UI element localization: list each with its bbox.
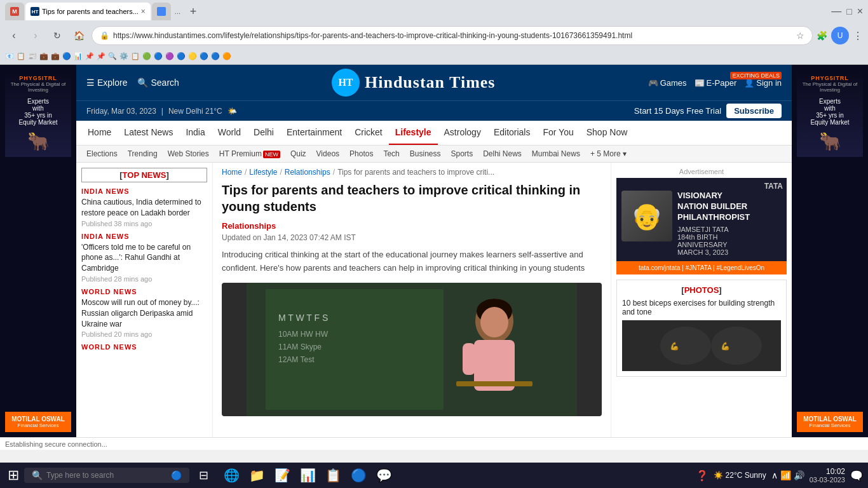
notification-btn[interactable]: 🗨️ bbox=[850, 470, 863, 482]
breadcrumb-relationships[interactable]: Relationships bbox=[285, 168, 330, 177]
taskbar-view-btn[interactable]: ⊟ bbox=[192, 464, 215, 487]
new-tab-btn[interactable]: + bbox=[184, 3, 202, 20]
extensions-btn[interactable]: 🧩 bbox=[817, 30, 827, 41]
motilal-right-name: MOTILAL OSWAL bbox=[801, 416, 859, 423]
sec-mumbai-news[interactable]: Mumbai News bbox=[527, 146, 585, 162]
search-label: Search bbox=[151, 78, 179, 88]
tab-gmail[interactable]: M bbox=[5, 3, 24, 20]
volume-icon[interactable]: 🔊 bbox=[794, 470, 804, 480]
nav-entertainment[interactable]: Entertainment bbox=[280, 121, 348, 145]
photos-image[interactable]: 💪 💪 bbox=[622, 320, 781, 371]
tab-close-ht[interactable]: × bbox=[141, 7, 146, 16]
nav-lifestyle[interactable]: Lifestyle bbox=[389, 121, 438, 145]
nav-world[interactable]: World bbox=[212, 121, 247, 145]
news-item-1[interactable]: China cautious, India determined to rest… bbox=[81, 197, 207, 227]
nav-for-you[interactable]: For You bbox=[536, 121, 580, 145]
sec-business[interactable]: Business bbox=[405, 146, 446, 162]
sec-tech[interactable]: Tech bbox=[378, 146, 404, 162]
tab-ht[interactable]: HT Tips for parents and teachers... × bbox=[25, 3, 151, 20]
taskbar-excel[interactable]: 📊 bbox=[296, 464, 319, 487]
nav-home[interactable]: Home bbox=[81, 121, 118, 145]
taskbar-edge[interactable]: 🌐 bbox=[220, 464, 243, 487]
exciting-deals-badge: EXCITING DEALS bbox=[730, 72, 782, 79]
sec-elections[interactable]: Elections bbox=[81, 146, 123, 162]
photos-section: [PHOTOS] 10 best biceps exercises for bu… bbox=[616, 280, 787, 377]
taskbar-word[interactable]: 📝 bbox=[271, 464, 294, 487]
search-btn[interactable]: 🔍 Search bbox=[137, 78, 179, 88]
system-tray: ∧ 📶 🔊 bbox=[771, 470, 804, 480]
tab-3[interactable] bbox=[152, 3, 171, 20]
motilal-left-ad[interactable]: MOTILAL OSWAL Financial Services bbox=[5, 412, 71, 432]
explore-btn[interactable]: ☰ Explore bbox=[86, 78, 127, 88]
search-icon: 🔍 bbox=[137, 78, 148, 88]
sec-photos[interactable]: Photos bbox=[344, 146, 378, 162]
forward-btn[interactable]: › bbox=[27, 27, 44, 44]
minimize-btn[interactable]: — bbox=[831, 6, 841, 17]
article-category[interactable]: Relationships bbox=[222, 221, 602, 231]
epaper-btn[interactable]: 📰 E-Paper bbox=[695, 78, 737, 88]
sec-trending[interactable]: Trending bbox=[123, 146, 163, 162]
lock-icon: 🔒 bbox=[100, 31, 109, 40]
date-weather: Friday, Mar 03, 2023 | New Delhi 21°C 🌤️ bbox=[86, 107, 237, 116]
clock-area[interactable]: 10:02 03-03-2023 bbox=[810, 467, 845, 484]
start-button[interactable]: ⊞ bbox=[5, 467, 22, 484]
sec-delhi-news[interactable]: Delhi News bbox=[478, 146, 527, 162]
signin-btn[interactable]: EXCITING DEALS 👤 Sign in bbox=[744, 78, 782, 88]
network-icon[interactable]: 📶 bbox=[780, 470, 791, 480]
nav-latest-news[interactable]: Latest News bbox=[118, 121, 179, 145]
taskbar-teams[interactable]: 💬 bbox=[372, 464, 395, 487]
breadcrumb: Home / Lifestyle / Relationships / Tips … bbox=[222, 168, 602, 177]
taskbar-explorer[interactable]: 📁 bbox=[245, 464, 268, 487]
home-nav-btn[interactable]: 🏠 bbox=[70, 27, 88, 44]
logo-area[interactable]: HT Hindustan Times bbox=[179, 69, 648, 97]
nav-india[interactable]: India bbox=[179, 121, 211, 145]
tata-subtitle-3: ANNIVERSARY bbox=[677, 241, 750, 248]
bull-icon-right: 🐂 bbox=[802, 131, 858, 152]
sec-quiz[interactable]: Quiz bbox=[285, 146, 311, 162]
world-news-label-1: WORLD NEWS bbox=[81, 288, 207, 295]
nav-shop-now[interactable]: Shop Now bbox=[580, 121, 634, 145]
news-item-1-title: China cautious, India determined to rest… bbox=[81, 197, 207, 219]
bookmark-icon[interactable]: ☆ bbox=[796, 30, 804, 41]
news-item-3[interactable]: Moscow will run out of money by...: Russ… bbox=[81, 297, 207, 338]
sec-htpremium[interactable]: HT PremiumNEW bbox=[214, 146, 285, 162]
motilal-right-ad[interactable]: MOTILAL OSWAL Financial Services bbox=[797, 412, 863, 432]
breadcrumb-current: Tips for parents and teachers to improve… bbox=[337, 168, 494, 177]
address-text: https://www.hindustantimes.com/lifestyle… bbox=[113, 31, 794, 40]
weather-widget[interactable]: ☀️ 22°C Sunny bbox=[714, 471, 766, 480]
ad-label: Advertisement bbox=[616, 168, 787, 175]
address-bar[interactable]: 🔒 https://www.hindustantimes.com/lifesty… bbox=[92, 26, 813, 45]
body-layout: [TOP NEWS] INDIA NEWS China cautious, In… bbox=[76, 163, 792, 437]
subscribe-btn[interactable]: Subscribe bbox=[726, 104, 782, 118]
nav-editorials[interactable]: Editorials bbox=[487, 121, 537, 145]
breadcrumb-lifestyle[interactable]: Lifestyle bbox=[249, 168, 277, 177]
tray-up-arrow[interactable]: ∧ bbox=[771, 470, 778, 480]
breadcrumb-home[interactable]: Home bbox=[222, 168, 242, 177]
phygitrl-left-ad[interactable]: PHYG5ITRL The Physical & Digital of Inve… bbox=[5, 70, 71, 157]
taskbar-ppt[interactable]: 📋 bbox=[322, 464, 344, 487]
ht-wordmark: Hindustan Times bbox=[365, 73, 496, 92]
nav-delhi[interactable]: Delhi bbox=[247, 121, 280, 145]
trial-text: Start 15 Days Free Trial bbox=[634, 106, 721, 116]
clock-time: 10:02 bbox=[810, 467, 845, 476]
menu-btn[interactable]: ⋮ bbox=[853, 30, 863, 42]
phygitrl-right-ad[interactable]: PHYG5ITRL The Physical & Digital of Inve… bbox=[797, 70, 863, 157]
tata-ad[interactable]: TATA 👴 VISIONARY NATION BUILDER PHILANTH… bbox=[616, 178, 787, 274]
status-bar: Establishing secure connection... bbox=[0, 437, 868, 450]
close-btn[interactable]: × bbox=[857, 6, 863, 17]
sec-videos[interactable]: Videos bbox=[311, 146, 344, 162]
nav-cricket[interactable]: Cricket bbox=[348, 121, 389, 145]
help-icon[interactable]: ❓ bbox=[696, 470, 709, 482]
back-btn[interactable]: ‹ bbox=[5, 27, 23, 44]
sec-sports[interactable]: Sports bbox=[445, 146, 478, 162]
nav-astrology[interactable]: Astrology bbox=[438, 121, 487, 145]
maximize-btn[interactable]: □ bbox=[846, 6, 851, 17]
profile-icon[interactable]: U bbox=[831, 27, 849, 44]
taskbar-search[interactable]: 🔍 Type here to search 🔵 bbox=[24, 468, 189, 483]
news-item-2[interactable]: 'Officers told me to be careful on phone… bbox=[81, 242, 207, 283]
sec-webstories[interactable]: Web Stories bbox=[163, 146, 214, 162]
taskbar-chrome[interactable]: 🔵 bbox=[347, 464, 370, 487]
games-btn[interactable]: 🎮 Games bbox=[648, 78, 687, 88]
sec-more[interactable]: + 5 More ▾ bbox=[585, 146, 632, 162]
refresh-btn[interactable]: ↻ bbox=[48, 27, 66, 44]
